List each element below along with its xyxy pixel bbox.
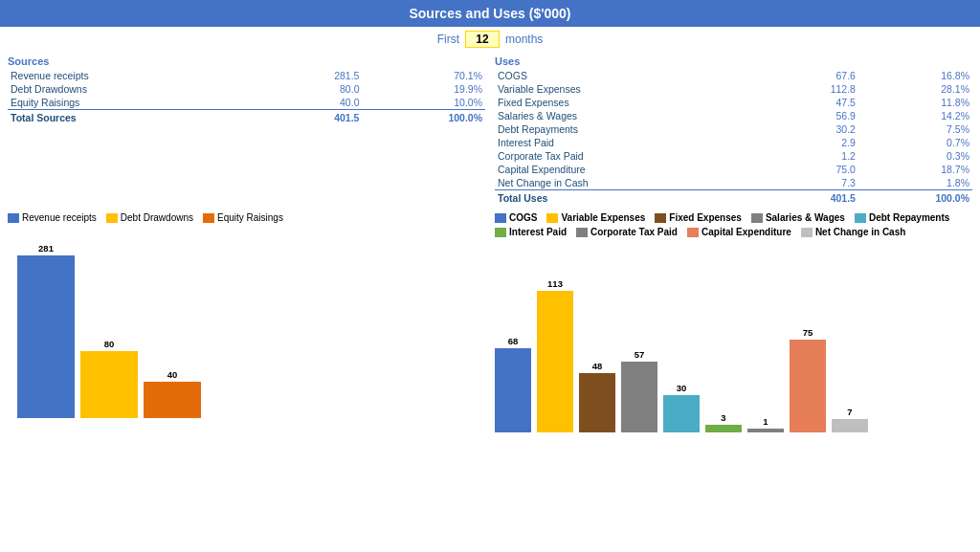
table-row: COGS 67.6 16.8% <box>495 69 972 82</box>
table-row: Revenue receipts 281.5 70.1% <box>8 69 485 82</box>
legend-color-box <box>203 213 214 223</box>
sources-table: Revenue receipts 281.5 70.1%Debt Drawdow… <box>8 69 485 124</box>
item-pct: 70.1% <box>362 69 485 82</box>
bar <box>537 291 573 432</box>
legend-label: Net Change in Cash <box>815 227 905 237</box>
item-name: Variable Expenses <box>495 82 770 96</box>
item-value: 56.9 <box>770 109 858 122</box>
sources-total-label: Total Sources <box>8 110 267 125</box>
legend-label: Capital Expenditure <box>702 227 791 237</box>
table-row: Capital Expenditure 75.0 18.7% <box>495 163 972 176</box>
months-input[interactable] <box>465 31 500 48</box>
months-label-after: months <box>505 33 543 46</box>
bar-group: 80 <box>80 339 138 418</box>
legend-item: Interest Paid <box>495 227 567 237</box>
item-pct: 1.8% <box>858 176 972 190</box>
legend-color-box <box>495 213 506 223</box>
months-label-first: First <box>437 33 459 46</box>
item-name: Debt Repayments <box>495 122 770 136</box>
uses-total-value: 401.5 <box>770 190 858 206</box>
bar-label: 48 <box>592 361 603 371</box>
legend-label: Debt Repayments <box>869 212 949 223</box>
bar-label: 30 <box>677 383 687 393</box>
item-name: Interest Paid <box>495 136 770 149</box>
bar-label: 7 <box>847 407 852 417</box>
item-value: 30.2 <box>770 122 858 136</box>
table-row: Equity Raisings 40.0 10.0% <box>8 96 485 110</box>
item-value: 281.5 <box>267 69 363 82</box>
legend-color-box <box>495 228 506 237</box>
item-name: Capital Expenditure <box>495 163 770 176</box>
bar-label: 281 <box>38 243 54 254</box>
uses-title: Uses <box>495 55 972 67</box>
uses-bar-chart: 68 113 48 57 30 3 1 75 7 <box>495 243 972 434</box>
legend-label: Variable Expenses <box>561 212 645 223</box>
item-pct: 0.7% <box>858 136 972 149</box>
legend-label: Salaries & Wages <box>766 212 845 223</box>
legend-color-box <box>855 213 866 223</box>
item-name: Net Change in Cash <box>495 176 770 190</box>
bar-group: 57 <box>621 349 657 432</box>
bar-group: 40 <box>144 369 201 418</box>
legend-item: Capital Expenditure <box>687 227 791 237</box>
table-row: Fixed Expenses 47.5 11.8% <box>495 96 972 109</box>
legend-color-box <box>687 228 699 237</box>
legend-label: Interest Paid <box>509 227 567 237</box>
bar <box>790 340 826 432</box>
legend-color-box <box>801 228 813 237</box>
legend-label: Equity Raisings <box>217 212 283 223</box>
table-row: Corporate Tax Paid 1.2 0.3% <box>495 149 972 163</box>
item-name: Corporate Tax Paid <box>495 149 770 163</box>
bar-group: 48 <box>579 361 615 432</box>
item-value: 47.5 <box>770 96 858 109</box>
sources-total-pct: 100.0% <box>362 110 485 125</box>
legend-label: Fixed Expenses <box>669 212 742 223</box>
legend-item: Variable Expenses <box>546 212 645 223</box>
sources-bar-chart: 281 80 40 <box>8 229 485 420</box>
table-row: Debt Repayments 30.2 7.5% <box>495 122 972 136</box>
sources-total-value: 401.5 <box>267 110 363 125</box>
legend-color-box <box>655 213 666 223</box>
bar-group: 68 <box>495 336 531 432</box>
sources-title: Sources <box>8 55 485 67</box>
legend-color-box <box>546 213 558 223</box>
item-pct: 16.8% <box>858 69 972 82</box>
legend-item: COGS <box>495 212 537 223</box>
bar <box>495 348 531 432</box>
table-row: Net Change in Cash 7.3 1.8% <box>495 176 972 190</box>
bar <box>579 373 615 432</box>
item-pct: 14.2% <box>858 109 972 122</box>
bar-group: 7 <box>832 407 868 432</box>
legend-item: Fixed Expenses <box>655 212 742 223</box>
item-pct: 28.1% <box>858 82 972 96</box>
uses-table: COGS 67.6 16.8%Variable Expenses 112.8 2… <box>495 69 972 205</box>
legend-color-box <box>8 213 19 223</box>
bar <box>621 362 657 432</box>
item-value: 1.2 <box>770 149 858 163</box>
uses-total-row: Total Uses 401.5 100.0% <box>495 190 972 206</box>
table-row: Variable Expenses 112.8 28.1% <box>495 82 972 96</box>
legend-label: Debt Drawdowns <box>121 212 193 223</box>
bar-label: 3 <box>721 412 725 423</box>
item-value: 112.8 <box>770 82 858 96</box>
legend-label: Corporate Tax Paid <box>590 227 678 237</box>
item-name: Salaries & Wages <box>495 109 770 122</box>
legend-item: Salaries & Wages <box>751 212 845 223</box>
bar-group: 113 <box>537 278 573 432</box>
table-row: Salaries & Wages 56.9 14.2% <box>495 109 972 122</box>
bar <box>747 429 784 432</box>
legend-item: Net Change in Cash <box>801 227 905 237</box>
legend-item: Debt Drawdowns <box>106 212 193 223</box>
bar <box>80 351 138 418</box>
legend-color-box <box>106 213 118 223</box>
legend-color-box <box>751 213 763 223</box>
bar-group: 1 <box>747 416 784 432</box>
item-pct: 11.8% <box>858 96 972 109</box>
bar-label: 80 <box>104 339 115 349</box>
page-title: Sources and Uses ($'000) <box>0 0 980 27</box>
item-pct: 18.7% <box>858 163 972 176</box>
bar-label: 40 <box>167 369 178 380</box>
item-name: Debt Drawdowns <box>8 82 267 96</box>
item-value: 80.0 <box>267 82 363 96</box>
uses-legend: COGS Variable Expenses Fixed Expenses Sa… <box>495 212 972 237</box>
